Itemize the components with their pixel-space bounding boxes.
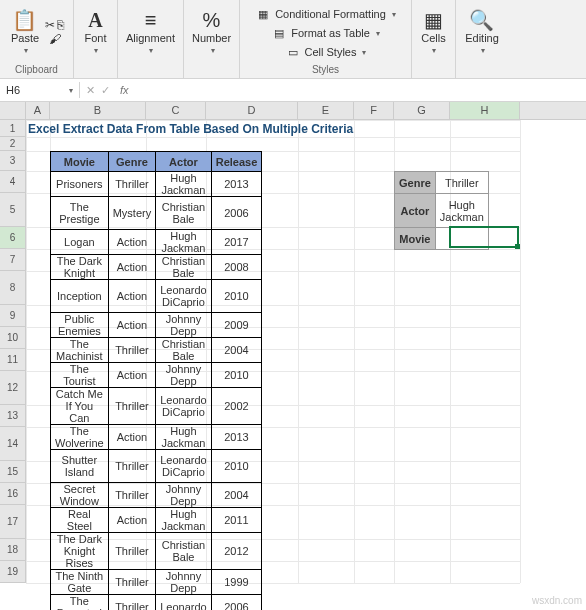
col-header-F[interactable]: F bbox=[354, 102, 394, 119]
col-header-E[interactable]: E bbox=[298, 102, 354, 119]
table-cell[interactable]: The Machinist bbox=[51, 338, 109, 363]
table-cell[interactable]: Inception bbox=[51, 280, 109, 313]
table-cell[interactable]: 2004 bbox=[211, 483, 262, 508]
table-cell[interactable]: The Departed bbox=[51, 595, 109, 611]
table-cell[interactable]: 2006 bbox=[211, 197, 262, 230]
table-header[interactable]: Movie bbox=[51, 152, 109, 172]
row-header-17[interactable]: 17 bbox=[0, 505, 26, 539]
table-cell[interactable]: Thriller bbox=[108, 533, 156, 570]
enter-icon[interactable]: ✓ bbox=[101, 84, 110, 97]
row-header-12[interactable]: 12 bbox=[0, 371, 26, 405]
row-header-11[interactable]: 11 bbox=[0, 349, 26, 371]
criteria-value[interactable] bbox=[435, 228, 488, 250]
table-cell[interactable]: The Wolverine bbox=[51, 425, 109, 450]
cancel-icon[interactable]: ✕ bbox=[86, 84, 95, 97]
col-header-A[interactable]: A bbox=[26, 102, 50, 119]
table-cell[interactable]: Johnny Depp bbox=[156, 483, 212, 508]
col-header-G[interactable]: G bbox=[394, 102, 450, 119]
criteria-label[interactable]: Actor bbox=[395, 194, 436, 228]
table-cell[interactable]: Thriller bbox=[108, 338, 156, 363]
table-cell[interactable]: Real Steel bbox=[51, 508, 109, 533]
row-header-10[interactable]: 10 bbox=[0, 327, 26, 349]
editing-button[interactable]: 🔍 Editing ▾ bbox=[463, 8, 501, 57]
cells-button[interactable]: ▦ Cells ▾ bbox=[419, 8, 447, 57]
table-cell[interactable]: Hugh Jackman bbox=[156, 425, 212, 450]
row-header-3[interactable]: 3 bbox=[0, 151, 26, 171]
row-header-9[interactable]: 9 bbox=[0, 305, 26, 327]
table-cell[interactable]: The Dark Knight Rises bbox=[51, 533, 109, 570]
formula-input[interactable] bbox=[133, 82, 586, 98]
row-header-14[interactable]: 14 bbox=[0, 427, 26, 461]
table-cell[interactable]: 2010 bbox=[211, 450, 262, 483]
row-header-2[interactable]: 2 bbox=[0, 137, 26, 151]
table-cell[interactable]: 2002 bbox=[211, 388, 262, 425]
row-header-4[interactable]: 4 bbox=[0, 171, 26, 193]
cell-styles-button[interactable]: ▭ Cell Styles ▾ bbox=[283, 45, 369, 60]
table-cell[interactable]: Christian Bale bbox=[156, 338, 212, 363]
table-cell[interactable]: Thriller bbox=[108, 570, 156, 595]
cut-icon[interactable]: ✂ bbox=[45, 18, 55, 32]
criteria-value[interactable]: Thriller bbox=[435, 172, 488, 194]
table-cell[interactable]: Action bbox=[108, 280, 156, 313]
table-cell[interactable]: The Dark Knight bbox=[51, 255, 109, 280]
table-cell[interactable]: Thriller bbox=[108, 172, 156, 197]
table-cell[interactable]: Hugh Jackman bbox=[156, 172, 212, 197]
paste-button[interactable]: 📋 Paste ▾ bbox=[9, 8, 41, 57]
table-cell[interactable]: Christian Bale bbox=[156, 533, 212, 570]
table-cell[interactable]: Catch Me If You Can bbox=[51, 388, 109, 425]
select-all-corner[interactable] bbox=[0, 102, 26, 119]
table-cell[interactable]: Johnny Depp bbox=[156, 363, 212, 388]
col-header-D[interactable]: D bbox=[206, 102, 298, 119]
table-cell[interactable]: Hugh Jackman bbox=[156, 230, 212, 255]
criteria-value[interactable]: Hugh Jackman bbox=[435, 194, 488, 228]
worksheet-grid[interactable]: ABCDEFGH 12345678910111213141516171819 E… bbox=[0, 102, 586, 610]
row-header-15[interactable]: 15 bbox=[0, 461, 26, 483]
table-cell[interactable]: 2008 bbox=[211, 255, 262, 280]
table-cell[interactable]: Logan bbox=[51, 230, 109, 255]
criteria-label[interactable]: Movie bbox=[395, 228, 436, 250]
table-cell[interactable]: 2013 bbox=[211, 172, 262, 197]
row-header-5[interactable]: 5 bbox=[0, 193, 26, 227]
font-button[interactable]: A Font ▾ bbox=[82, 8, 108, 57]
table-cell[interactable]: Mystery bbox=[108, 197, 156, 230]
table-cell[interactable]: 2010 bbox=[211, 280, 262, 313]
row-header-1[interactable]: 1 bbox=[0, 120, 26, 137]
table-cell[interactable]: Thriller bbox=[108, 450, 156, 483]
format-as-table-button[interactable]: ▤ Format as Table ▾ bbox=[269, 26, 382, 41]
table-cell[interactable]: Christian Bale bbox=[156, 255, 212, 280]
table-cell[interactable]: Leonardo bbox=[156, 595, 212, 611]
table-cell[interactable]: The Prestige bbox=[51, 197, 109, 230]
table-cell[interactable]: Shutter Island bbox=[51, 450, 109, 483]
table-cell[interactable]: Christian Bale bbox=[156, 197, 212, 230]
table-cell[interactable]: Public Enemies bbox=[51, 313, 109, 338]
row-header-7[interactable]: 7 bbox=[0, 249, 26, 271]
col-header-B[interactable]: B bbox=[50, 102, 146, 119]
table-cell[interactable]: Action bbox=[108, 425, 156, 450]
table-cell[interactable]: Action bbox=[108, 508, 156, 533]
table-cell[interactable]: Action bbox=[108, 255, 156, 280]
table-cell[interactable]: 2009 bbox=[211, 313, 262, 338]
table-cell[interactable]: Action bbox=[108, 313, 156, 338]
conditional-formatting-button[interactable]: ▦ Conditional Formatting ▾ bbox=[253, 7, 398, 22]
table-cell[interactable]: Johnny Depp bbox=[156, 570, 212, 595]
row-header-16[interactable]: 16 bbox=[0, 483, 26, 505]
name-box[interactable]: H6 ▾ bbox=[0, 82, 80, 98]
table-header[interactable]: Actor bbox=[156, 152, 212, 172]
table-cell[interactable]: 2006 bbox=[211, 595, 262, 611]
table-cell[interactable]: 2012 bbox=[211, 533, 262, 570]
table-cell[interactable]: Prisoners bbox=[51, 172, 109, 197]
alignment-button[interactable]: ≡ Alignment ▾ bbox=[124, 8, 177, 57]
table-cell[interactable]: Johnny Depp bbox=[156, 313, 212, 338]
criteria-label[interactable]: Genre bbox=[395, 172, 436, 194]
fx-icon[interactable]: fx bbox=[116, 84, 133, 96]
table-cell[interactable]: Thriller bbox=[108, 388, 156, 425]
table-cell[interactable]: The Tourist bbox=[51, 363, 109, 388]
table-cell[interactable]: Thriller bbox=[108, 595, 156, 611]
table-cell[interactable]: Leonardo DiCaprio bbox=[156, 388, 212, 425]
table-cell[interactable]: 2017 bbox=[211, 230, 262, 255]
col-header-C[interactable]: C bbox=[146, 102, 206, 119]
table-cell[interactable]: Hugh Jackman bbox=[156, 508, 212, 533]
table-header[interactable]: Genre bbox=[108, 152, 156, 172]
copy-icon[interactable]: ⎘ bbox=[57, 18, 64, 32]
number-button[interactable]: % Number ▾ bbox=[190, 8, 233, 57]
